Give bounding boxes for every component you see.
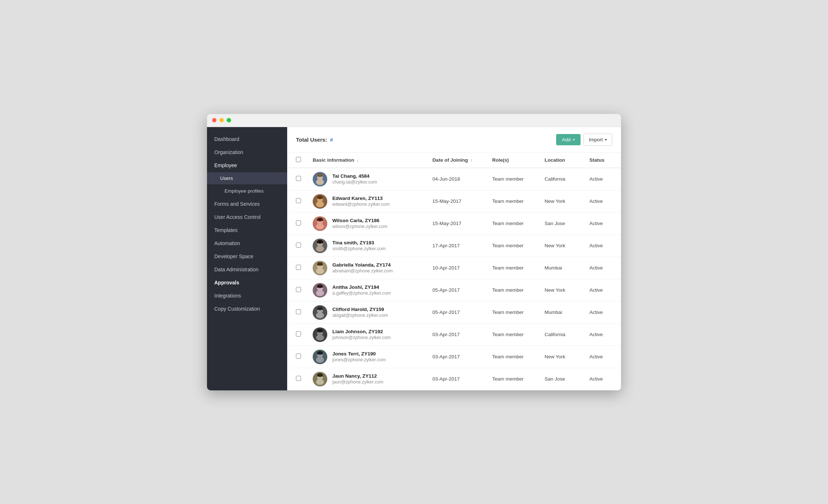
svg-rect-39 xyxy=(317,331,323,332)
user-info-4: Tina smith, ZY193 smith@zphone.zylker.co… xyxy=(332,240,386,251)
table-row: Edward Karen, ZY113 edward@zphone.zylker… xyxy=(287,190,621,212)
row-status-4: Active xyxy=(583,235,621,257)
user-name-10: Jaun Nancy, ZY112 xyxy=(332,373,383,379)
svg-rect-49 xyxy=(317,375,323,377)
user-cell-4: Tina smith, ZY193 smith@zphone.zylker.co… xyxy=(313,239,421,253)
table-row: Liam Johnson, ZY192 johnson@zphone.zylke… xyxy=(287,323,621,346)
row-checkbox-7[interactable] xyxy=(296,309,301,314)
sidebar-item-dashboard[interactable]: Dashboard xyxy=(207,133,287,145)
row-location-2: New York xyxy=(539,190,583,212)
user-cell-6: Anitha Joshi, ZY194 a.gaffey@zphone.zylk… xyxy=(313,283,421,298)
header-date-label: Date of Joining xyxy=(432,157,468,163)
row-checkbox-8[interactable] xyxy=(296,331,301,336)
import-button[interactable]: Import ▾ xyxy=(583,134,612,146)
table-header-row: Basic information ↓ Date of Joining ↑ Ro… xyxy=(287,153,621,168)
users-table: Basic information ↓ Date of Joining ↑ Ro… xyxy=(287,153,621,390)
avatar-10 xyxy=(313,372,327,386)
row-checkbox-cell xyxy=(287,257,307,279)
sidebar-item-copy-customization[interactable]: Copy Customization xyxy=(207,303,287,315)
sidebar-item-templates[interactable]: Templates xyxy=(207,224,287,236)
user-cell-5: Gabriella Yolanda, ZY174 abraham@zphone.… xyxy=(313,261,421,275)
maximize-dot[interactable] xyxy=(227,118,231,122)
header-basic-info[interactable]: Basic information ↓ xyxy=(307,153,426,168)
svg-rect-34 xyxy=(317,308,323,310)
row-date-2: 15-May-2017 xyxy=(426,190,486,212)
row-role-10: Team member xyxy=(487,368,539,390)
svg-point-7 xyxy=(316,201,324,207)
row-role-3: Team member xyxy=(487,212,539,235)
row-checkbox-cell xyxy=(287,235,307,257)
svg-point-22 xyxy=(316,268,324,274)
titlebar xyxy=(207,114,621,127)
row-role-6: Team member xyxy=(487,279,539,301)
row-checkbox-10[interactable] xyxy=(296,376,301,381)
user-info-5: Gabriella Yolanda, ZY174 abraham@zphone.… xyxy=(332,262,393,273)
user-email-10: jaun@zphone.zylker.com xyxy=(332,379,383,385)
sidebar-item-organization[interactable]: Organization xyxy=(207,146,287,158)
row-location-8: California xyxy=(539,323,583,346)
sidebar-item-users[interactable]: Users xyxy=(207,172,287,184)
sidebar-item-employee[interactable]: Employee xyxy=(207,159,287,172)
user-name-3: Wilson Carla, ZY186 xyxy=(332,218,387,223)
row-checkbox-5[interactable] xyxy=(296,265,301,270)
row-checkbox-1[interactable] xyxy=(296,176,301,181)
header-checkbox-cell xyxy=(287,153,307,168)
sidebar: Dashboard Organization Employee Users Em… xyxy=(207,127,287,390)
app-window: Dashboard Organization Employee Users Em… xyxy=(207,114,621,390)
header-roles[interactable]: Role(s) xyxy=(487,153,539,168)
svg-rect-24 xyxy=(317,264,323,265)
row-checkbox-9[interactable] xyxy=(296,354,301,359)
svg-point-42 xyxy=(316,357,324,363)
header-status-label: Status xyxy=(589,157,604,163)
row-checkbox-cell xyxy=(287,190,307,212)
table-row: Clifford Harold, ZY159 abigail@zphone.zy… xyxy=(287,301,621,323)
row-status-7: Active xyxy=(583,301,621,323)
header-status[interactable]: Status xyxy=(583,153,621,168)
avatar-6 xyxy=(313,283,327,298)
row-checkbox-6[interactable] xyxy=(296,287,301,292)
add-button[interactable]: Add ▾ xyxy=(556,134,581,145)
svg-rect-14 xyxy=(317,220,323,221)
user-cell-7: Clifford Harold, ZY159 abigail@zphone.zy… xyxy=(313,305,421,320)
minimize-dot[interactable] xyxy=(219,118,224,122)
user-email-2: edward@zphone.zylker.com xyxy=(332,202,390,207)
row-status-8: Active xyxy=(583,323,621,346)
sidebar-item-user-access-control[interactable]: User Access Control xyxy=(207,211,287,223)
sidebar-item-employee-profiles[interactable]: Employee profiles xyxy=(207,185,287,197)
import-button-label: Import xyxy=(589,137,603,142)
select-all-checkbox[interactable] xyxy=(296,157,301,162)
svg-point-47 xyxy=(316,379,324,385)
sidebar-item-approvals[interactable]: Approvals xyxy=(207,276,287,289)
header-date-joining[interactable]: Date of Joining ↑ xyxy=(426,153,486,168)
table-row: Anitha Joshi, ZY194 a.gaffey@zphone.zylk… xyxy=(287,279,621,301)
row-status-3: Active xyxy=(583,212,621,235)
row-status-9: Active xyxy=(583,346,621,368)
svg-point-2 xyxy=(316,179,324,185)
row-checkbox-3[interactable] xyxy=(296,220,301,225)
sidebar-item-integrations[interactable]: Integrations xyxy=(207,290,287,302)
sidebar-item-forms-services[interactable]: Forms and Services xyxy=(207,198,287,210)
svg-rect-29 xyxy=(317,286,323,288)
avatar-2 xyxy=(313,194,327,209)
row-location-5: Mumbai xyxy=(539,257,583,279)
row-checkbox-cell xyxy=(287,279,307,301)
sidebar-item-data-administration[interactable]: Data Administration xyxy=(207,263,287,276)
user-info-7: Clifford Harold, ZY159 abigail@zphone.zy… xyxy=(332,307,388,318)
avatar-8 xyxy=(313,327,327,342)
row-checkbox-2[interactable] xyxy=(296,198,301,203)
row-status-2: Active xyxy=(583,190,621,212)
row-checkbox-cell xyxy=(287,168,307,190)
header-location[interactable]: Location xyxy=(539,153,583,168)
user-name-9: Jones Terri, ZY190 xyxy=(332,351,386,357)
row-location-4: New York xyxy=(539,235,583,257)
row-role-9: Team member xyxy=(487,346,539,368)
row-location-10: San Jose xyxy=(539,368,583,390)
user-email-9: jones@zphone.zylker.com xyxy=(332,357,386,362)
sidebar-item-developer-space[interactable]: Developer Space xyxy=(207,250,287,263)
user-cell-8: Liam Johnson, ZY192 johnson@zphone.zylke… xyxy=(313,327,421,342)
close-dot[interactable] xyxy=(212,118,216,122)
row-checkbox-4[interactable] xyxy=(296,243,301,248)
sidebar-item-automation[interactable]: Automation xyxy=(207,237,287,249)
avatar-3 xyxy=(313,216,327,231)
user-info-2: Edward Karen, ZY113 edward@zphone.zylker… xyxy=(332,196,390,207)
